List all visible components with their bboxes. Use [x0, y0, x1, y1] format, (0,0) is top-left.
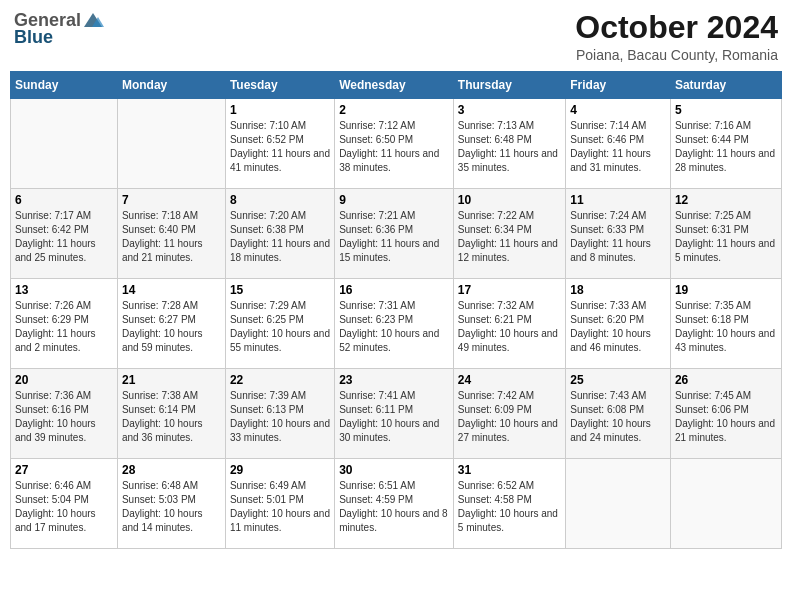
day-number: 4 [570, 103, 666, 117]
calendar-cell: 25Sunrise: 7:43 AM Sunset: 6:08 PM Dayli… [566, 369, 671, 459]
day-info: Sunrise: 6:51 AM Sunset: 4:59 PM Dayligh… [339, 479, 449, 535]
day-number: 14 [122, 283, 221, 297]
header-friday: Friday [566, 72, 671, 99]
calendar-cell: 16Sunrise: 7:31 AM Sunset: 6:23 PM Dayli… [335, 279, 454, 369]
day-number: 24 [458, 373, 561, 387]
header-monday: Monday [117, 72, 225, 99]
day-info: Sunrise: 7:17 AM Sunset: 6:42 PM Dayligh… [15, 209, 113, 265]
calendar-cell: 9Sunrise: 7:21 AM Sunset: 6:36 PM Daylig… [335, 189, 454, 279]
day-info: Sunrise: 7:16 AM Sunset: 6:44 PM Dayligh… [675, 119, 777, 175]
calendar-cell: 15Sunrise: 7:29 AM Sunset: 6:25 PM Dayli… [225, 279, 334, 369]
calendar-cell: 5Sunrise: 7:16 AM Sunset: 6:44 PM Daylig… [670, 99, 781, 189]
day-info: Sunrise: 7:13 AM Sunset: 6:48 PM Dayligh… [458, 119, 561, 175]
day-info: Sunrise: 6:48 AM Sunset: 5:03 PM Dayligh… [122, 479, 221, 535]
day-number: 17 [458, 283, 561, 297]
calendar-cell: 18Sunrise: 7:33 AM Sunset: 6:20 PM Dayli… [566, 279, 671, 369]
day-info: Sunrise: 7:22 AM Sunset: 6:34 PM Dayligh… [458, 209, 561, 265]
calendar-week-row: 6Sunrise: 7:17 AM Sunset: 6:42 PM Daylig… [11, 189, 782, 279]
day-info: Sunrise: 7:24 AM Sunset: 6:33 PM Dayligh… [570, 209, 666, 265]
calendar-header-row: SundayMondayTuesdayWednesdayThursdayFrid… [11, 72, 782, 99]
day-number: 13 [15, 283, 113, 297]
day-number: 8 [230, 193, 330, 207]
day-number: 2 [339, 103, 449, 117]
calendar-cell [117, 99, 225, 189]
day-number: 15 [230, 283, 330, 297]
calendar-cell: 12Sunrise: 7:25 AM Sunset: 6:31 PM Dayli… [670, 189, 781, 279]
day-info: Sunrise: 7:35 AM Sunset: 6:18 PM Dayligh… [675, 299, 777, 355]
calendar-week-row: 1Sunrise: 7:10 AM Sunset: 6:52 PM Daylig… [11, 99, 782, 189]
day-number: 28 [122, 463, 221, 477]
day-info: Sunrise: 7:26 AM Sunset: 6:29 PM Dayligh… [15, 299, 113, 355]
calendar-cell: 1Sunrise: 7:10 AM Sunset: 6:52 PM Daylig… [225, 99, 334, 189]
calendar-cell: 3Sunrise: 7:13 AM Sunset: 6:48 PM Daylig… [453, 99, 565, 189]
day-info: Sunrise: 7:32 AM Sunset: 6:21 PM Dayligh… [458, 299, 561, 355]
calendar-cell: 20Sunrise: 7:36 AM Sunset: 6:16 PM Dayli… [11, 369, 118, 459]
calendar-cell: 7Sunrise: 7:18 AM Sunset: 6:40 PM Daylig… [117, 189, 225, 279]
calendar-cell [11, 99, 118, 189]
calendar-week-row: 27Sunrise: 6:46 AM Sunset: 5:04 PM Dayli… [11, 459, 782, 549]
day-info: Sunrise: 7:20 AM Sunset: 6:38 PM Dayligh… [230, 209, 330, 265]
day-info: Sunrise: 7:33 AM Sunset: 6:20 PM Dayligh… [570, 299, 666, 355]
day-number: 23 [339, 373, 449, 387]
header-sunday: Sunday [11, 72, 118, 99]
day-number: 30 [339, 463, 449, 477]
calendar-cell: 19Sunrise: 7:35 AM Sunset: 6:18 PM Dayli… [670, 279, 781, 369]
calendar-cell: 22Sunrise: 7:39 AM Sunset: 6:13 PM Dayli… [225, 369, 334, 459]
day-number: 11 [570, 193, 666, 207]
calendar-table: SundayMondayTuesdayWednesdayThursdayFrid… [10, 71, 782, 549]
calendar-cell: 6Sunrise: 7:17 AM Sunset: 6:42 PM Daylig… [11, 189, 118, 279]
day-number: 21 [122, 373, 221, 387]
calendar-week-row: 20Sunrise: 7:36 AM Sunset: 6:16 PM Dayli… [11, 369, 782, 459]
day-info: Sunrise: 7:42 AM Sunset: 6:09 PM Dayligh… [458, 389, 561, 445]
calendar-cell: 23Sunrise: 7:41 AM Sunset: 6:11 PM Dayli… [335, 369, 454, 459]
calendar-cell [670, 459, 781, 549]
calendar-cell: 30Sunrise: 6:51 AM Sunset: 4:59 PM Dayli… [335, 459, 454, 549]
header-tuesday: Tuesday [225, 72, 334, 99]
day-info: Sunrise: 7:45 AM Sunset: 6:06 PM Dayligh… [675, 389, 777, 445]
calendar-cell: 24Sunrise: 7:42 AM Sunset: 6:09 PM Dayli… [453, 369, 565, 459]
day-number: 26 [675, 373, 777, 387]
day-number: 20 [15, 373, 113, 387]
calendar-cell [566, 459, 671, 549]
day-number: 25 [570, 373, 666, 387]
calendar-cell: 2Sunrise: 7:12 AM Sunset: 6:50 PM Daylig… [335, 99, 454, 189]
title-area: October 2024 Poiana, Bacau County, Roman… [575, 10, 778, 63]
day-number: 9 [339, 193, 449, 207]
header-wednesday: Wednesday [335, 72, 454, 99]
day-info: Sunrise: 7:14 AM Sunset: 6:46 PM Dayligh… [570, 119, 666, 175]
day-info: Sunrise: 7:12 AM Sunset: 6:50 PM Dayligh… [339, 119, 449, 175]
day-number: 3 [458, 103, 561, 117]
calendar-week-row: 13Sunrise: 7:26 AM Sunset: 6:29 PM Dayli… [11, 279, 782, 369]
day-info: Sunrise: 6:52 AM Sunset: 4:58 PM Dayligh… [458, 479, 561, 535]
day-number: 5 [675, 103, 777, 117]
day-info: Sunrise: 7:29 AM Sunset: 6:25 PM Dayligh… [230, 299, 330, 355]
day-info: Sunrise: 7:10 AM Sunset: 6:52 PM Dayligh… [230, 119, 330, 175]
calendar-cell: 14Sunrise: 7:28 AM Sunset: 6:27 PM Dayli… [117, 279, 225, 369]
calendar-cell: 26Sunrise: 7:45 AM Sunset: 6:06 PM Dayli… [670, 369, 781, 459]
calendar-cell: 31Sunrise: 6:52 AM Sunset: 4:58 PM Dayli… [453, 459, 565, 549]
day-info: Sunrise: 7:31 AM Sunset: 6:23 PM Dayligh… [339, 299, 449, 355]
logo-icon [82, 11, 104, 31]
day-info: Sunrise: 7:39 AM Sunset: 6:13 PM Dayligh… [230, 389, 330, 445]
calendar-cell: 11Sunrise: 7:24 AM Sunset: 6:33 PM Dayli… [566, 189, 671, 279]
day-number: 7 [122, 193, 221, 207]
calendar-cell: 17Sunrise: 7:32 AM Sunset: 6:21 PM Dayli… [453, 279, 565, 369]
day-info: Sunrise: 7:36 AM Sunset: 6:16 PM Dayligh… [15, 389, 113, 445]
day-number: 16 [339, 283, 449, 297]
month-title: October 2024 [575, 10, 778, 45]
logo-blue-text: Blue [14, 27, 53, 48]
calendar-cell: 13Sunrise: 7:26 AM Sunset: 6:29 PM Dayli… [11, 279, 118, 369]
day-info: Sunrise: 7:21 AM Sunset: 6:36 PM Dayligh… [339, 209, 449, 265]
day-number: 18 [570, 283, 666, 297]
page-header: General Blue October 2024 Poiana, Bacau … [10, 10, 782, 63]
day-info: Sunrise: 7:43 AM Sunset: 6:08 PM Dayligh… [570, 389, 666, 445]
day-info: Sunrise: 6:49 AM Sunset: 5:01 PM Dayligh… [230, 479, 330, 535]
calendar-cell: 21Sunrise: 7:38 AM Sunset: 6:14 PM Dayli… [117, 369, 225, 459]
day-number: 6 [15, 193, 113, 207]
header-saturday: Saturday [670, 72, 781, 99]
day-number: 22 [230, 373, 330, 387]
calendar-cell: 29Sunrise: 6:49 AM Sunset: 5:01 PM Dayli… [225, 459, 334, 549]
calendar-cell: 4Sunrise: 7:14 AM Sunset: 6:46 PM Daylig… [566, 99, 671, 189]
day-number: 12 [675, 193, 777, 207]
logo: General Blue [14, 10, 104, 48]
